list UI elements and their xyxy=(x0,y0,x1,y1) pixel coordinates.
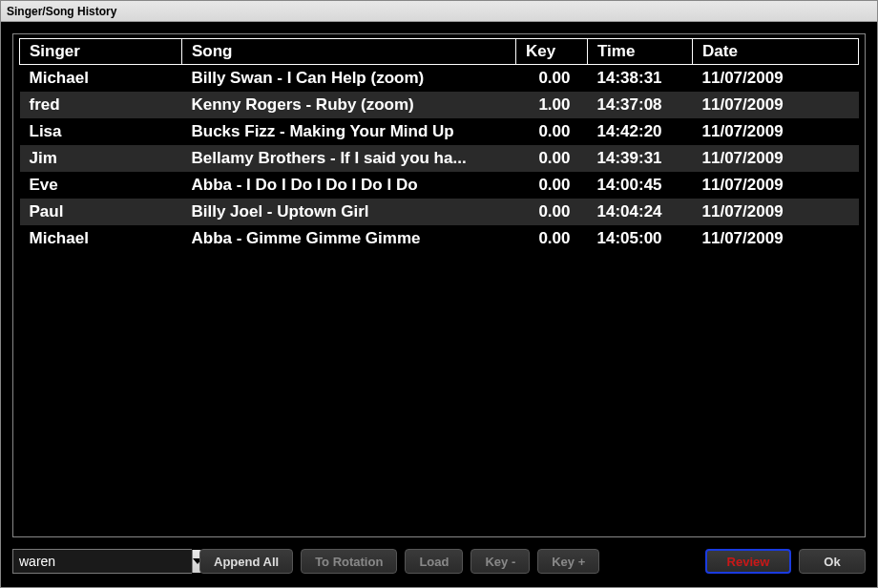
key-plus-button[interactable]: Key + xyxy=(537,549,599,574)
song-cell: Billy Joel - Uptown Girl xyxy=(182,199,516,225)
singer-cell: Lisa xyxy=(20,118,182,145)
singer-song-history-window: Singer/Song History Singer Song xyxy=(0,0,878,588)
time-cell: 14:04:24 xyxy=(588,199,693,225)
table-header-row: Singer Song Key Time Date xyxy=(20,39,859,65)
singer-cell: fred xyxy=(20,92,182,118)
to-rotation-button[interactable]: To Rotation xyxy=(301,549,397,574)
col-header-date[interactable]: Date xyxy=(693,39,859,65)
history-table: Singer Song Key Time Date MichaelBilly S… xyxy=(19,38,859,252)
bottom-toolbar: Append All To Rotation Load Key - Key + … xyxy=(12,547,866,576)
table-row[interactable]: LisaBucks Fizz - Making Your Mind Up0.00… xyxy=(20,118,859,145)
key-cell: 0.00 xyxy=(516,118,588,145)
time-cell: 14:38:31 xyxy=(588,65,693,93)
key-cell: 0.00 xyxy=(516,225,588,252)
song-cell: Bellamy Brothers - If I said you ha... xyxy=(182,145,516,172)
singer-combo[interactable] xyxy=(12,549,192,574)
col-header-song[interactable]: Song xyxy=(182,39,516,65)
load-button[interactable]: Load xyxy=(405,549,463,574)
key-minus-button[interactable]: Key - xyxy=(470,549,530,574)
date-cell: 11/07/2009 xyxy=(693,118,859,145)
review-button[interactable]: Review xyxy=(705,549,791,574)
song-cell: Billy Swan - I Can Help (zoom) xyxy=(182,65,516,93)
singer-cell: Eve xyxy=(20,172,182,199)
time-cell: 14:37:08 xyxy=(588,92,693,118)
key-cell: 0.00 xyxy=(516,65,588,93)
table-row[interactable]: EveAbba - I Do I Do I Do I Do I Do0.0014… xyxy=(20,172,859,199)
song-cell: Bucks Fizz - Making Your Mind Up xyxy=(182,118,516,145)
window-body: Singer Song Key Time Date MichaelBilly S… xyxy=(1,22,877,587)
time-cell: 14:42:20 xyxy=(588,118,693,145)
date-cell: 11/07/2009 xyxy=(693,92,859,118)
singer-cell: Jim xyxy=(20,145,182,172)
time-cell: 14:39:31 xyxy=(588,145,693,172)
date-cell: 11/07/2009 xyxy=(693,65,859,93)
col-header-time[interactable]: Time xyxy=(588,39,693,65)
col-header-key[interactable]: Key xyxy=(516,39,588,65)
table-row[interactable]: MichaelBilly Swan - I Can Help (zoom)0.0… xyxy=(20,65,859,93)
table-row[interactable]: PaulBilly Joel - Uptown Girl0.0014:04:24… xyxy=(20,199,859,225)
key-cell: 0.00 xyxy=(516,199,588,225)
table-row[interactable]: fredKenny Rogers - Ruby (zoom)1.0014:37:… xyxy=(20,92,859,118)
time-cell: 14:00:45 xyxy=(588,172,693,199)
append-all-button[interactable]: Append All xyxy=(199,549,293,574)
singer-cell: Michael xyxy=(20,65,182,93)
singer-combo-input[interactable] xyxy=(13,550,192,573)
date-cell: 11/07/2009 xyxy=(693,199,859,225)
singer-cell: Paul xyxy=(20,199,182,225)
key-cell: 1.00 xyxy=(516,92,588,118)
history-table-container: Singer Song Key Time Date MichaelBilly S… xyxy=(12,33,866,537)
window-titlebar: Singer/Song History xyxy=(1,1,877,22)
col-header-singer[interactable]: Singer xyxy=(20,39,182,65)
window-title: Singer/Song History xyxy=(7,5,116,18)
table-row[interactable]: JimBellamy Brothers - If I said you ha..… xyxy=(20,145,859,172)
song-cell: Abba - Gimme Gimme Gimme xyxy=(182,225,516,252)
key-cell: 0.00 xyxy=(516,172,588,199)
date-cell: 11/07/2009 xyxy=(693,225,859,252)
time-cell: 14:05:00 xyxy=(588,225,693,252)
key-cell: 0.00 xyxy=(516,145,588,172)
song-cell: Kenny Rogers - Ruby (zoom) xyxy=(182,92,516,118)
date-cell: 11/07/2009 xyxy=(693,172,859,199)
singer-cell: Michael xyxy=(20,225,182,252)
table-row[interactable]: MichaelAbba - Gimme Gimme Gimme0.0014:05… xyxy=(20,225,859,252)
date-cell: 11/07/2009 xyxy=(693,145,859,172)
song-cell: Abba - I Do I Do I Do I Do I Do xyxy=(182,172,516,199)
ok-button[interactable]: Ok xyxy=(799,549,866,574)
